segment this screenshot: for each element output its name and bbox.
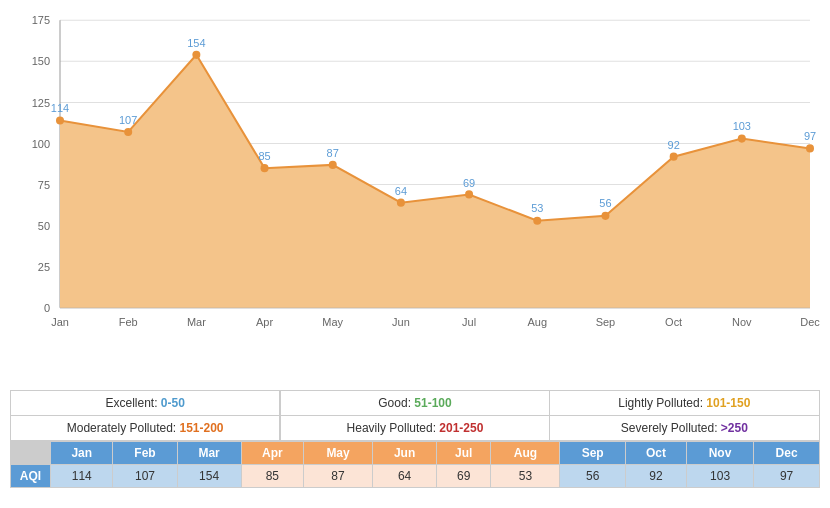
- table-header-mar: Mar: [177, 442, 241, 465]
- table-header-feb: Feb: [113, 442, 177, 465]
- xlabel-jul: Jul: [462, 316, 476, 328]
- main-chart-svg: 175 150 125 100 75 50 25 0: [10, 10, 820, 390]
- legend-severe-label: Severely Polluted:: [621, 421, 721, 435]
- table-data-row: AQI 114 107 154 85 87 64 69 53 56 92 103…: [11, 465, 820, 488]
- table-header-label: [11, 442, 51, 465]
- xlabel-jan: Jan: [51, 316, 69, 328]
- legend-mod-label: Moderately Polluted:: [67, 421, 180, 435]
- table-header-jul: Jul: [437, 442, 491, 465]
- label-nov: 103: [733, 120, 751, 132]
- svg-text:0: 0: [44, 302, 50, 314]
- table-val-dec: 97: [754, 465, 820, 488]
- table-val-jun: 64: [373, 465, 437, 488]
- legend-lightly: Lightly Polluted: 101-150: [550, 391, 819, 415]
- svg-text:150: 150: [32, 55, 50, 67]
- table-val-nov: 103: [686, 465, 753, 488]
- xlabel-jun: Jun: [392, 316, 410, 328]
- table-header-aug: Aug: [491, 442, 560, 465]
- table-val-feb: 107: [113, 465, 177, 488]
- table-header-jun: Jun: [373, 442, 437, 465]
- xlabel-sep: Sep: [596, 316, 616, 328]
- svg-text:125: 125: [32, 96, 50, 108]
- legend-row-2: Moderately Polluted: 151-200 Heavily Pol…: [11, 416, 819, 440]
- svg-text:50: 50: [38, 220, 50, 232]
- chart-area-fill: [60, 55, 810, 308]
- label-may: 87: [327, 147, 339, 159]
- data-table: Jan Feb Mar Apr May Jun Jul Aug Sep Oct …: [10, 441, 820, 488]
- table-header-jan: Jan: [51, 442, 113, 465]
- datapoint-apr: [261, 164, 269, 172]
- label-dec: 97: [804, 130, 816, 142]
- table-val-jan: 114: [51, 465, 113, 488]
- svg-text:75: 75: [38, 179, 50, 191]
- table-val-apr: 85: [241, 465, 303, 488]
- chart-area: 175 150 125 100 75 50 25 0: [10, 10, 820, 390]
- datapoint-dec: [806, 144, 814, 152]
- table-val-jul: 69: [437, 465, 491, 488]
- legend-moderately: Moderately Polluted: 151-200: [11, 416, 280, 440]
- datapoint-jun: [397, 199, 405, 207]
- label-feb: 107: [119, 114, 137, 126]
- label-jan: 114: [51, 102, 69, 114]
- legend-severely: Severely Polluted: >250: [550, 416, 819, 440]
- legend-heavy-range: 201-250: [439, 421, 483, 435]
- label-sep: 56: [599, 197, 611, 209]
- datapoint-mar: [192, 51, 200, 59]
- table-val-sep: 56: [560, 465, 626, 488]
- table-header-apr: Apr: [241, 442, 303, 465]
- svg-text:25: 25: [38, 261, 50, 273]
- datapoint-aug: [533, 217, 541, 225]
- datapoint-feb: [124, 128, 132, 136]
- legend: Excellent: 0-50 Good: 51-100 Lightly Pol…: [10, 390, 820, 441]
- legend-mod-range: 151-200: [180, 421, 224, 435]
- xlabel-apr: Apr: [256, 316, 273, 328]
- legend-good: Good: 51-100: [280, 391, 549, 415]
- table-val-mar: 154: [177, 465, 241, 488]
- table-header-may: May: [304, 442, 373, 465]
- table-aqi-label: AQI: [11, 465, 51, 488]
- legend-lightly-range: 101-150: [706, 396, 750, 410]
- legend-heavy-label: Heavily Polluted:: [347, 421, 440, 435]
- legend-good-range: 51-100: [414, 396, 451, 410]
- label-mar: 154: [187, 37, 205, 49]
- svg-text:175: 175: [32, 14, 50, 26]
- xlabel-nov: Nov: [732, 316, 752, 328]
- legend-row-1: Excellent: 0-50 Good: 51-100 Lightly Pol…: [11, 391, 819, 416]
- legend-excellent: Excellent: 0-50: [11, 391, 280, 415]
- label-apr: 85: [258, 150, 270, 162]
- label-oct: 92: [668, 139, 680, 151]
- xlabel-feb: Feb: [119, 316, 138, 328]
- label-aug: 53: [531, 202, 543, 214]
- table-header-dec: Dec: [754, 442, 820, 465]
- legend-excellent-label: Excellent:: [105, 396, 160, 410]
- table-header-nov: Nov: [686, 442, 753, 465]
- xlabel-may: May: [322, 316, 343, 328]
- legend-severe-range: >250: [721, 421, 748, 435]
- datapoint-may: [329, 161, 337, 169]
- xlabel-mar: Mar: [187, 316, 206, 328]
- svg-text:100: 100: [32, 137, 50, 149]
- label-jul: 69: [463, 177, 475, 189]
- table-header-sep: Sep: [560, 442, 626, 465]
- datapoint-jul: [465, 190, 473, 198]
- table-val-may: 87: [304, 465, 373, 488]
- label-jun: 64: [395, 185, 407, 197]
- datapoint-sep: [601, 212, 609, 220]
- datapoint-nov: [738, 134, 746, 142]
- xlabel-dec: Dec: [800, 316, 820, 328]
- table-header-oct: Oct: [626, 442, 687, 465]
- legend-heavily: Heavily Polluted: 201-250: [280, 416, 549, 440]
- table-header-row: Jan Feb Mar Apr May Jun Jul Aug Sep Oct …: [11, 442, 820, 465]
- legend-lightly-label: Lightly Polluted:: [618, 396, 706, 410]
- xlabel-oct: Oct: [665, 316, 683, 328]
- xlabel-aug: Aug: [528, 316, 548, 328]
- datapoint-jan: [56, 116, 64, 124]
- datapoint-oct: [670, 153, 678, 161]
- legend-excellent-range: 0-50: [161, 396, 185, 410]
- legend-good-label: Good:: [378, 396, 414, 410]
- table-val-aug: 53: [491, 465, 560, 488]
- chart-container: 175 150 125 100 75 50 25 0: [0, 0, 830, 488]
- table-val-oct: 92: [626, 465, 687, 488]
